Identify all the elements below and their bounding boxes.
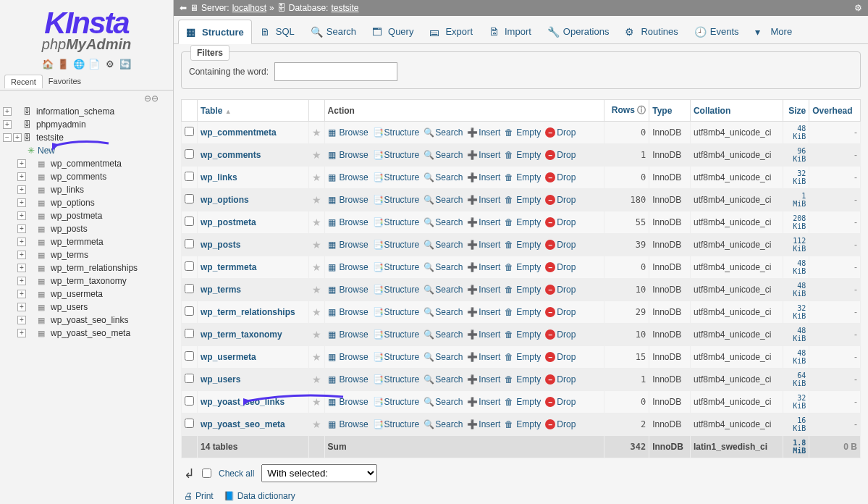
refresh-icon[interactable]: 🔄 [119,59,131,70]
row-checkbox[interactable] [185,351,194,361]
browse-link[interactable]: ▦Browse [328,172,368,182]
col-rows[interactable]: Rows ⓘ [604,100,649,122]
search-link[interactable]: 🔍Search [424,195,463,205]
favorite-star[interactable]: ★ [308,346,324,369]
empty-link[interactable]: 🗑Empty [505,397,541,407]
drop-link[interactable]: −Drop [545,307,576,317]
globe-icon[interactable]: 🌐 [73,59,85,70]
expand-icon[interactable]: + [17,211,26,220]
tab-routines[interactable]: ⚙Routines [617,19,686,43]
search-link[interactable]: 🔍Search [424,352,463,362]
col-table[interactable]: Table ▲ [198,100,309,122]
tree-table-wp_yoast_seo_meta[interactable]: ++wp_yoast_seo_meta [3,327,170,340]
expand-icon[interactable]: + [17,224,26,233]
favorite-star[interactable]: ★ [308,369,324,391]
browse-link[interactable]: ▦Browse [328,329,368,340]
expand-icon[interactable]: + [17,290,26,298]
empty-link[interactable]: 🗑Empty [505,195,541,205]
structure-link[interactable]: 📑Structure [373,374,420,385]
drop-link[interactable]: −Drop [545,217,576,227]
insert-link[interactable]: ➕Insert [467,397,500,407]
insert-link[interactable]: ➕Insert [467,419,500,429]
search-link[interactable]: 🔍Search [424,240,463,250]
tab-favorites[interactable]: Favorites [43,75,87,88]
structure-link[interactable]: 📑Structure [373,329,420,340]
docs-icon[interactable]: 📄 [88,59,100,70]
data-dictionary-link[interactable]: 📘Data dictionary [224,491,295,501]
insert-link[interactable]: ➕Insert [467,307,500,317]
search-link[interactable]: 🔍Search [424,150,463,160]
expand-icon[interactable]: + [17,264,26,272]
row-checkbox[interactable] [185,284,194,293]
empty-link[interactable]: 🗑Empty [505,307,541,317]
check-all[interactable] [202,469,211,478]
structure-link[interactable]: 📑Structure [373,195,420,205]
row-checkbox[interactable] [185,261,194,271]
search-link[interactable]: 🔍Search [424,262,463,272]
tree-table-wp_commentmeta[interactable]: ++wp_commentmeta [3,157,170,170]
drop-link[interactable]: −Drop [545,285,576,295]
expand-icon[interactable]: + [17,185,26,194]
tree-table-wp_postmeta[interactable]: ++wp_postmeta [3,209,170,222]
tree-table-wp_usermeta[interactable]: ++wp_usermeta [3,287,170,301]
table-name-link[interactable]: wp_terms [201,285,241,295]
empty-link[interactable]: 🗑Empty [505,419,541,429]
insert-link[interactable]: ➕Insert [467,329,500,340]
tab-import[interactable]: 🖺Import [481,19,539,43]
check-all-label[interactable]: Check all [219,469,254,479]
tab-structure[interactable]: ▦Structure [178,20,252,44]
home-icon[interactable]: 🏠 [42,59,54,70]
col-overhead[interactable]: Overhead [809,100,861,122]
table-name-link[interactable]: wp_yoast_seo_meta [201,419,285,429]
tree-table-wp_term_taxonomy[interactable]: ++wp_term_taxonomy [3,274,170,287]
structure-link[interactable]: 📑Structure [373,127,420,138]
empty-link[interactable]: 🗑Empty [505,285,541,295]
browse-link[interactable]: ▦Browse [328,240,368,250]
expand-icon[interactable]: + [17,303,26,311]
exit-icon[interactable]: 🚪 [57,59,69,70]
drop-link[interactable]: −Drop [545,374,576,385]
search-link[interactable]: 🔍Search [424,217,463,227]
favorite-star[interactable]: ★ [308,189,324,211]
tab-events[interactable]: 🕘Events [686,19,747,43]
empty-link[interactable]: 🗑Empty [505,217,541,227]
table-name-link[interactable]: wp_usermeta [201,352,256,362]
tree-table-wp_options[interactable]: ++wp_options [3,196,170,209]
structure-link[interactable]: 📑Structure [373,419,420,429]
table-name-link[interactable]: wp_commentmeta [201,127,277,138]
browse-link[interactable]: ▦Browse [328,195,368,205]
table-name-link[interactable]: wp_term_relationships [201,307,295,317]
drop-link[interactable]: −Drop [545,262,576,272]
table-name-link[interactable]: wp_termmeta [201,262,256,272]
tree-table-wp_links[interactable]: ++wp_links [3,183,170,196]
expand-icon[interactable]: + [17,159,26,168]
search-link[interactable]: 🔍Search [424,285,463,295]
server-link[interactable]: localhost [232,3,266,13]
structure-link[interactable]: 📑Structure [373,285,420,295]
db-link[interactable]: testsite [331,3,358,13]
row-checkbox[interactable] [185,127,194,136]
with-selected[interactable]: With selected: [261,464,377,482]
browse-link[interactable]: ▦Browse [328,419,368,429]
row-checkbox[interactable] [185,149,194,159]
drop-link[interactable]: −Drop [545,150,576,160]
browse-link[interactable]: ▦Browse [328,285,368,295]
row-checkbox[interactable] [185,374,194,383]
drop-link[interactable]: −Drop [545,352,576,362]
tab-query[interactable]: 🗔Query [364,19,421,43]
insert-link[interactable]: ➕Insert [467,240,500,250]
insert-link[interactable]: ➕Insert [467,374,500,385]
search-link[interactable]: 🔍Search [424,127,463,138]
insert-link[interactable]: ➕Insert [467,217,500,227]
favorite-star[interactable]: ★ [308,301,324,324]
search-link[interactable]: 🔍Search [424,419,463,429]
drop-link[interactable]: −Drop [545,240,576,250]
tree-table-wp_posts[interactable]: ++wp_posts [3,222,170,235]
expand-icon[interactable]: + [17,251,26,259]
row-checkbox[interactable] [185,329,194,338]
row-checkbox[interactable] [185,306,194,316]
expand-icon[interactable]: − [3,133,12,142]
search-link[interactable]: 🔍Search [424,307,463,317]
drop-link[interactable]: −Drop [545,195,576,205]
favorite-star[interactable]: ★ [308,279,324,301]
